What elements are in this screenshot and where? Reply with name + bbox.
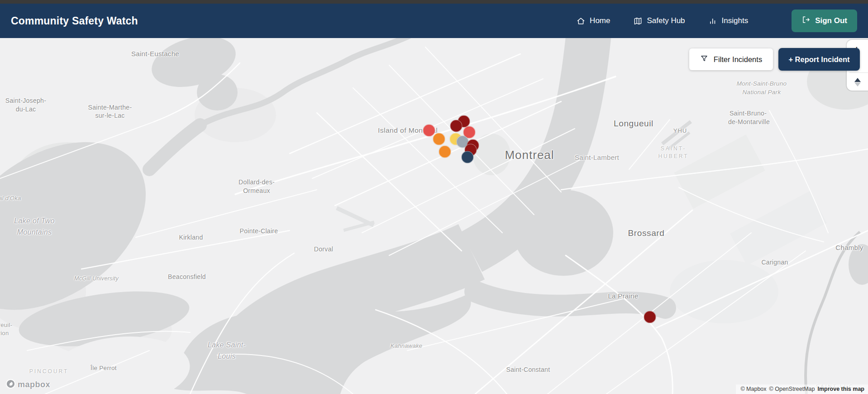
map-label: Lake of Two [14,217,54,225]
map-label: HUBERT [658,153,688,159]
nav-item-label: Home [590,16,610,25]
sign-out-label: Sign Out [815,16,847,25]
map-attribution: © Mapbox © OpenStreetMap Improve this ma… [736,384,868,394]
nav-item-label: Safety Hub [647,16,685,25]
map-label: Sainte-Marthe- [88,104,132,111]
map-label: Mountains [17,228,52,236]
nav-item-label: Insights [722,16,749,25]
funnel-icon [700,54,708,64]
map-canvas [0,38,868,394]
map-label: Saint-Bruno- [730,110,767,117]
map-icon [634,17,642,25]
map-label: Brossard [628,228,665,238]
bar-chart-icon [709,17,717,25]
map-label: YHU [673,127,687,134]
main-nav: Home Safety Hub Insights Sign Out [577,10,857,32]
map-label: reuil- [0,322,12,328]
map-label: nal d'Oka [0,195,21,202]
map-label: Dollard-des- [238,178,275,186]
map-label: Saint-Constant [506,366,550,373]
map-label: Île Perrot [91,365,117,371]
map-label: Carignan [761,259,788,266]
header-bar: Community Safety Watch Home Safety Hub I… [0,4,868,38]
mapbox-logo-text: mapbox [18,380,50,389]
map-label: de-Montarville [728,118,770,125]
filter-incidents-label: Filter Incidents [714,55,762,64]
map-label: rion [0,330,9,336]
osm-attribution-link[interactable]: © OpenStreetMap [769,386,815,392]
map-label: Mont-Saint-Bruno [737,80,787,87]
improve-map-link[interactable]: Improve this map [818,386,865,392]
map-label: Longueuil [614,119,653,129]
arrow-down-icon [854,82,861,86]
incident-marker[interactable] [423,125,435,137]
map-label: Kahnawake [391,342,423,349]
nav-item-home[interactable]: Home [577,16,610,25]
incident-marker[interactable] [462,151,474,163]
mapbox-logo-icon [5,379,16,391]
map-label: Saint-Lambert [575,154,619,161]
map-label: SAINT- [661,145,687,152]
app-title: Community Safety Watch [11,15,138,27]
arrow-up-icon [854,78,861,82]
map-label: Saint-Eustache [131,50,179,58]
map-label: Saint-Joseph- [5,97,46,104]
map-label: Kirkland [179,234,203,241]
pitch-toggle-button[interactable] [847,74,868,90]
report-incident-button[interactable]: + Report Incident [778,48,860,71]
control-divider [849,72,868,73]
map-label: PINCOURT [29,368,68,375]
map-label: National Park [743,89,781,96]
map-label: McGill University [74,275,119,282]
map-label: Montreal [505,148,554,162]
map-label: La Prairie [608,292,638,300]
incident-marker[interactable] [450,120,463,132]
map-label: Ormeaux [243,187,270,194]
filter-incidents-button[interactable]: Filter Incidents [689,48,773,70]
window-top-strip [0,0,868,4]
incident-marker[interactable] [433,133,445,145]
mapbox-attribution-link[interactable]: © Mapbox [740,386,766,392]
map-label: Beaconsfield [168,273,206,280]
map-label: sur-le-Lac [95,112,124,119]
map-label: Chambly [835,244,863,251]
nav-item-insights[interactable]: Insights [709,16,749,25]
map-label: du-Lac [16,106,36,113]
sign-out-button[interactable]: Sign Out [792,10,857,32]
incident-marker[interactable] [439,146,451,158]
incident-marker[interactable] [644,311,656,323]
map-label: Lake Saint- [208,341,246,349]
mapbox-logo[interactable]: mapbox [5,379,50,391]
map-label: Pointe-Claire [240,227,278,235]
sign-out-icon [801,15,810,26]
nav-item-safety-hub[interactable]: Safety Hub [634,16,685,25]
home-icon [577,17,585,25]
report-incident-label: + Report Incident [788,55,849,64]
map-label: Louis [218,352,236,360]
map-label: Dorval [314,245,333,253]
map-region[interactable]: Saint-EustacheSainte-Marthe-sur-le-LacSa… [0,38,868,394]
